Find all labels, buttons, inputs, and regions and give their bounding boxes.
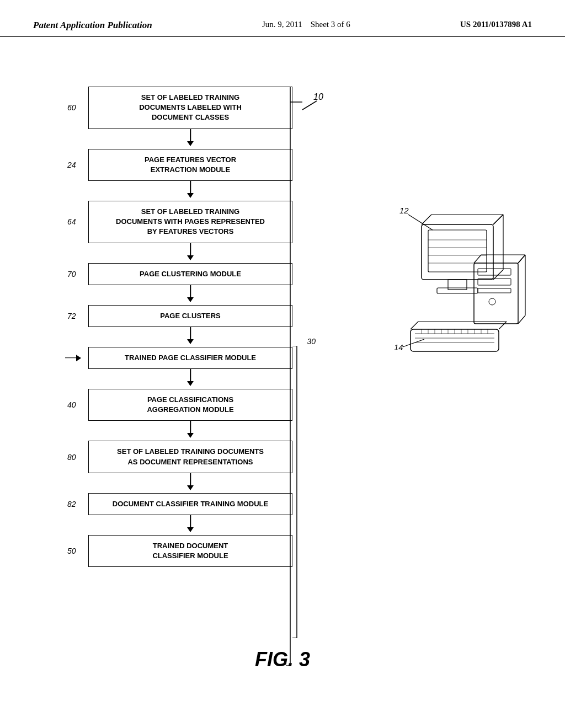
node10-container: 50 TRAINED DOCUMENTCLASSIFIER MODULE bbox=[88, 535, 292, 567]
svg-text:10: 10 bbox=[313, 92, 323, 101]
arrow-1-2 bbox=[88, 129, 292, 149]
node10-box: TRAINED DOCUMENTCLASSIFIER MODULE bbox=[88, 535, 292, 567]
label-64: 64 bbox=[67, 217, 76, 226]
publication-date-sheet: Jun. 9, 2011 Sheet 3 of 6 bbox=[262, 20, 350, 29]
node7-container: 40 PAGE CLASSIFICATIONSAGGREGATION MODUL… bbox=[88, 389, 292, 421]
label-82: 82 bbox=[67, 500, 76, 508]
computer-svg: 12 bbox=[388, 202, 532, 357]
node8-container: 80 SET OF LABELED TRAINING DOCUMENTSAS D… bbox=[88, 441, 292, 473]
svg-line-20 bbox=[493, 270, 503, 280]
svg-text:12: 12 bbox=[399, 206, 409, 215]
computer-illustration: 12 bbox=[388, 202, 532, 359]
svg-line-37 bbox=[403, 339, 424, 347]
node9-box: DOCUMENT CLASSIFIER TRAINING MODULE bbox=[88, 493, 292, 515]
label-72: 72 bbox=[67, 312, 76, 320]
arrow-9-10 bbox=[88, 515, 292, 535]
svg-line-18 bbox=[493, 215, 503, 224]
svg-line-33 bbox=[518, 255, 525, 263]
node7-box: PAGE CLASSIFICATIONSAGGREGATION MODULE bbox=[88, 389, 292, 421]
svg-line-15 bbox=[422, 215, 431, 224]
node1-container: 60 SET OF LABELED TRAININGDOCUMENTS LABE… bbox=[88, 87, 292, 129]
arrow-8-9 bbox=[88, 473, 292, 493]
svg-rect-12 bbox=[428, 230, 487, 272]
svg-line-35 bbox=[518, 315, 525, 324]
flowchart: 60 SET OF LABELED TRAININGDOCUMENTS LABE… bbox=[88, 87, 292, 567]
svg-line-30 bbox=[474, 255, 481, 263]
node6-container: 30 TRAINED PAGE CLASSIFIER MODULE bbox=[88, 347, 292, 369]
svg-rect-14 bbox=[437, 288, 478, 293]
node3-container: 64 SET OF LABELED TRAININGDOCUMENTS WITH… bbox=[88, 201, 292, 243]
node2-container: 24 PAGE FEATURES VECTOREXTRACTION MODULE bbox=[88, 149, 292, 181]
node5-box: PAGE CLUSTERS bbox=[88, 305, 292, 327]
node2-box: PAGE FEATURES VECTOREXTRACTION MODULE bbox=[88, 149, 292, 181]
node5-container: 72 PAGE CLUSTERS bbox=[88, 305, 292, 327]
label-70: 70 bbox=[67, 270, 76, 279]
svg-rect-11 bbox=[422, 224, 493, 280]
label-80: 80 bbox=[67, 453, 76, 462]
node4-container: 70 PAGE CLUSTERING MODULE bbox=[88, 263, 292, 285]
svg-line-40 bbox=[499, 322, 507, 329]
node9-container: 82 DOCUMENT CLASSIFIER TRAINING MODULE bbox=[88, 493, 292, 515]
node1-box: SET OF LABELED TRAININGDOCUMENTS LABELED… bbox=[88, 87, 292, 129]
node4-box: PAGE CLUSTERING MODULE bbox=[88, 263, 292, 285]
page-header: Patent Application Publication Jun. 9, 2… bbox=[0, 0, 565, 37]
arrow-3-4 bbox=[88, 243, 292, 263]
svg-line-39 bbox=[411, 322, 418, 329]
patent-number: US 2011/0137898 A1 bbox=[460, 20, 532, 29]
arrow-2-3 bbox=[88, 181, 292, 201]
arrow-7-8 bbox=[88, 421, 292, 441]
node6-box: TRAINED PAGE CLASSIFIER MODULE bbox=[88, 347, 292, 369]
arrow-6-7 bbox=[88, 369, 292, 389]
inner-bracket-svg bbox=[292, 346, 359, 638]
diagram-area: 60 SET OF LABELED TRAININGDOCUMENTS LABE… bbox=[0, 37, 565, 699]
node8-box: SET OF LABELED TRAINING DOCUMENTSAS DOCU… bbox=[88, 441, 292, 473]
svg-rect-28 bbox=[478, 288, 511, 293]
figure-label: FIG. 3 bbox=[255, 648, 310, 671]
label-24: 24 bbox=[67, 160, 76, 169]
left-arrow-6 bbox=[65, 357, 81, 358]
label-60: 60 bbox=[67, 103, 76, 112]
publication-title: Patent Application Publication bbox=[33, 20, 152, 31]
svg-point-29 bbox=[489, 298, 495, 305]
label-40: 40 bbox=[67, 400, 76, 409]
arrow-4-5 bbox=[88, 285, 292, 305]
svg-text:14: 14 bbox=[394, 342, 403, 352]
svg-line-5 bbox=[302, 101, 317, 110]
node3-box: SET OF LABELED TRAININGDOCUMENTS WITH PA… bbox=[88, 201, 292, 243]
arrow-5-6 bbox=[88, 327, 292, 347]
label-50: 50 bbox=[67, 547, 76, 555]
